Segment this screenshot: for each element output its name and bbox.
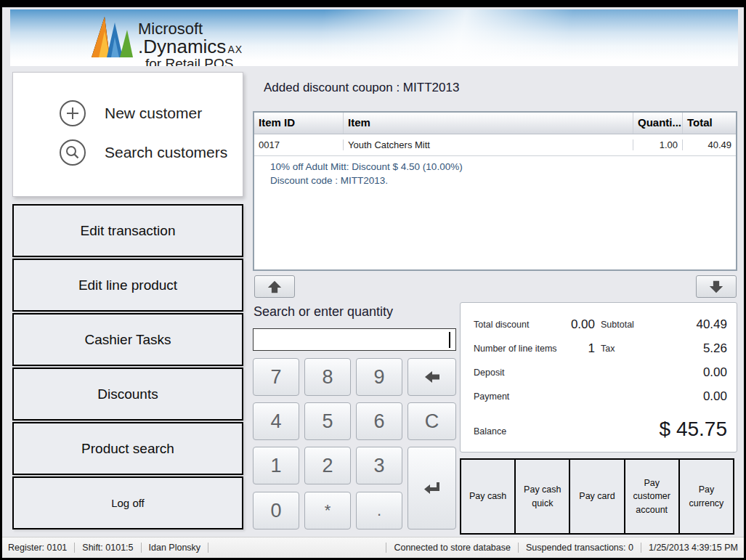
connection-status: Connected to store database — [394, 543, 511, 553]
dynamics-logo: Microsoft .Dynamics AX for Retail POS — [90, 14, 243, 66]
pay-customer-account-button[interactable]: Pay customer account — [624, 458, 680, 535]
payment-value: 0.00 — [662, 389, 727, 404]
cashier-tasks-button[interactable]: Cashier Tasks — [12, 313, 243, 366]
quantity-label: Search or enter quantity — [254, 304, 393, 320]
statusbar-divider — [386, 543, 386, 553]
status-message: Added discount coupon : MITT2013 — [264, 81, 459, 95]
scroll-up-button[interactable] — [254, 275, 295, 298]
plus-circle-icon — [58, 99, 87, 128]
keypad-star[interactable]: * — [304, 492, 351, 529]
search-customers-label: Search customers — [105, 144, 227, 161]
text-caret — [449, 332, 450, 348]
total-discount-value: 0.00 — [530, 317, 595, 332]
suspended-transactions: Suspended transactions: 0 — [526, 543, 633, 553]
log-off-button[interactable]: Log off — [12, 476, 243, 529]
keypad-1[interactable]: 1 — [253, 447, 299, 484]
pay-cash-quick-button[interactable]: Pay cash quick — [514, 458, 570, 535]
line-items-value: 1 — [530, 341, 595, 356]
grid-header: Item ID Item Quanti... Total — [254, 113, 736, 134]
keypad-5[interactable]: 5 — [304, 402, 351, 440]
backspace-icon — [423, 368, 441, 386]
col-header-item-id[interactable]: Item ID — [254, 113, 343, 134]
keypad-backspace[interactable] — [408, 358, 456, 396]
logo-line3: for Retail POS — [138, 57, 243, 66]
statusbar-divider — [141, 543, 142, 553]
totals-panel: Total discount 0.00 Subtotal 40.49 Numbe… — [460, 302, 737, 453]
logo-line1: Microsoft — [138, 21, 243, 37]
deposit-value: 0.00 — [662, 365, 727, 380]
scroll-down-button[interactable] — [696, 275, 737, 298]
statusbar-divider — [74, 543, 75, 553]
balance-value: $ 45.75 — [618, 418, 727, 441]
total-discount-label: Total discount — [474, 320, 529, 330]
col-header-item[interactable]: Item — [343, 113, 633, 134]
header-band: Microsoft .Dynamics AX for Retail POS — [10, 9, 738, 66]
transaction-grid: Item ID Item Quanti... Total 0017 Youth … — [253, 111, 737, 271]
new-customer-label: New customer — [105, 105, 202, 122]
discount-info: 10% off Adult Mitt: Discount $ 4.50 (10.… — [254, 156, 736, 190]
tax-label: Tax — [601, 344, 615, 354]
product-search-button[interactable]: Product search — [12, 422, 243, 475]
discounts-button[interactable]: Discounts — [12, 368, 243, 421]
customer-panel: New customer Search customers — [12, 72, 243, 197]
tax-value: 5.26 — [662, 341, 727, 356]
logo-text: Microsoft .Dynamics AX for Retail POS — [138, 14, 243, 66]
keypad-dot[interactable]: . — [356, 492, 402, 529]
datetime: 1/25/2013 4:39:15 PM — [649, 543, 738, 553]
edit-transaction-button[interactable]: Edit transaction — [12, 204, 243, 257]
pay-currency-button[interactable]: Pay currency — [678, 458, 734, 535]
subtotal-value: 40.49 — [662, 317, 727, 332]
new-customer-button[interactable]: New customer — [58, 99, 202, 128]
pay-buttons: Pay cash Pay cash quick Pay card Pay cus… — [460, 458, 734, 535]
edit-line-product-button[interactable]: Edit line product — [12, 259, 243, 312]
keypad-enter[interactable] — [408, 447, 456, 529]
subtotal-label: Subtotal — [601, 320, 634, 330]
cell-total: 40.49 — [682, 139, 736, 150]
keypad-3[interactable]: 3 — [356, 447, 402, 484]
pos-window: Microsoft .Dynamics AX for Retail POS Ne… — [0, 0, 746, 560]
register-info: Register: 0101 — [8, 543, 67, 553]
deposit-label: Deposit — [474, 368, 504, 378]
statusbar-divider — [208, 543, 208, 553]
enter-icon — [423, 479, 442, 497]
balance-label: Balance — [474, 426, 506, 437]
cell-item: Youth Catchers Mitt — [343, 139, 633, 150]
keypad-6[interactable]: 6 — [356, 402, 402, 440]
keypad-9[interactable]: 9 — [356, 358, 402, 396]
search-quantity-input[interactable] — [253, 328, 456, 351]
cashier-name: Idan Plonsky — [149, 543, 201, 553]
up-arrow-icon — [267, 279, 283, 295]
down-arrow-icon — [708, 279, 724, 295]
keypad-2[interactable]: 2 — [304, 447, 351, 484]
pay-cash-button[interactable]: Pay cash — [460, 458, 516, 535]
payment-label: Payment — [474, 391, 509, 402]
keypad-8[interactable]: 8 — [304, 358, 351, 396]
discount-line-2: Discount code : MITT2013. — [270, 174, 733, 187]
col-header-quantity[interactable]: Quanti... — [633, 113, 682, 134]
status-bar: Register: 0101 Shift: 0101:5 Idan Plonsk… — [2, 537, 744, 558]
statusbar-divider — [641, 543, 641, 553]
keypad-clear[interactable]: C — [408, 402, 456, 440]
logo-ax: AX — [226, 44, 243, 55]
keypad-4[interactable]: 4 — [253, 402, 299, 440]
pay-card-button[interactable]: Pay card — [569, 458, 625, 535]
search-circle-icon — [58, 138, 87, 167]
statusbar-divider — [518, 543, 519, 553]
keypad-7[interactable]: 7 — [253, 358, 299, 396]
search-customers-button[interactable]: Search customers — [58, 138, 227, 167]
keypad-0[interactable]: 0 — [253, 492, 299, 529]
logo-dynamics: .Dynamics — [138, 36, 226, 57]
table-row[interactable]: 0017 Youth Catchers Mitt 1.00 40.49 — [254, 134, 736, 156]
cell-item-id: 0017 — [254, 139, 343, 150]
cell-quantity: 1.00 — [633, 139, 682, 150]
shift-info: Shift: 0101:5 — [82, 543, 133, 553]
discount-line-1: 10% off Adult Mitt: Discount $ 4.50 (10.… — [270, 160, 733, 174]
dynamics-logo-icon — [90, 14, 134, 60]
col-header-total[interactable]: Total — [682, 113, 736, 134]
logo-line2: .Dynamics AX — [138, 37, 243, 57]
sidebar-menu: Edit transaction Edit line product Cashi… — [12, 204, 243, 531]
title-strip — [2, 2, 744, 7]
